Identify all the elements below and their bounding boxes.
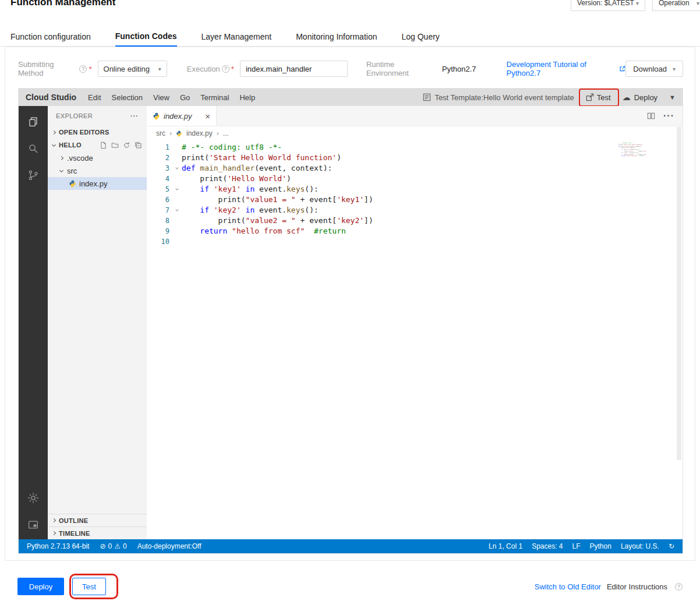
code-text: print("value2 = " + event['key2']) xyxy=(182,215,373,226)
test-button[interactable]: Test xyxy=(72,578,106,595)
outline-section[interactable]: OUTLINE xyxy=(48,514,147,526)
tree-item-index-py[interactable]: index.py xyxy=(48,177,147,190)
code-line[interactable]: 3def main_handler(event, context): xyxy=(147,163,683,174)
tab-monitoring-information[interactable]: Monitoring Information xyxy=(296,27,377,46)
chevron-right-icon xyxy=(50,532,58,535)
status-bar: Python 2.7.13 64-bit ⊘ 0 ⚠ 0 Auto-deploy… xyxy=(19,539,683,553)
switch-old-editor-link[interactable]: Switch to Old Editor xyxy=(535,582,601,591)
chevron-down-icon: ▾ xyxy=(158,66,161,72)
chevron-right-icon xyxy=(57,157,65,160)
problems-status[interactable]: ⊘ 0 ⚠ 0 xyxy=(100,542,126,550)
help-icon[interactable]: ? xyxy=(222,65,229,73)
line-number: 6 xyxy=(147,195,172,205)
version-dropdown[interactable]: Version: $LATEST ▾ xyxy=(571,0,645,11)
fold-gutter xyxy=(172,153,182,163)
language-status[interactable]: Python xyxy=(590,542,611,550)
auto-deployment-status[interactable]: Auto-deployment:Off xyxy=(137,542,201,550)
eol-status[interactable]: LF xyxy=(572,542,581,550)
timeline-section[interactable]: TIMELINE xyxy=(48,526,147,539)
code-line[interactable]: 10 xyxy=(147,236,683,247)
breadcrumb-src[interactable]: src xyxy=(156,129,165,137)
code-line[interactable]: 2print('Start Hello World function') xyxy=(147,153,683,163)
line-number: 4 xyxy=(147,174,172,184)
test-icon xyxy=(586,93,594,101)
help-icon[interactable]: ? xyxy=(675,583,683,591)
fold-gutter xyxy=(172,142,182,153)
tree-item-vscode[interactable]: .vscode xyxy=(48,151,147,164)
cursor-position-status[interactable]: Ln 1, Col 1 xyxy=(489,542,522,550)
more-actions-icon[interactable]: ··· xyxy=(663,111,674,121)
code-line xyxy=(618,157,646,158)
code-line[interactable]: 7 if 'key2' in event.keys(): xyxy=(147,205,683,215)
feedback-icon[interactable]: ↻ xyxy=(669,542,674,550)
python-icon xyxy=(153,112,160,120)
deploy-button[interactable]: Deploy xyxy=(17,578,64,595)
source-control-icon[interactable] xyxy=(19,162,48,189)
tab-function-configuration[interactable]: Function configuration xyxy=(10,27,91,46)
menu-view[interactable]: View xyxy=(153,93,169,102)
new-file-icon[interactable] xyxy=(100,142,107,149)
code-line[interactable]: 8 print("value2 = " + event['key2']) xyxy=(147,215,683,226)
submitting-method-select[interactable]: Online editing ▾ xyxy=(98,61,167,77)
indentation-status[interactable]: Spaces: 4 xyxy=(532,542,563,550)
editor-deploy-button[interactable]: ☁ Deploy xyxy=(623,93,657,102)
external-link-icon xyxy=(619,65,625,72)
tree-item-src[interactable]: src xyxy=(48,164,147,177)
line-number: 2 xyxy=(147,153,172,163)
python-icon xyxy=(176,130,182,137)
menu-selection[interactable]: Selection xyxy=(112,93,143,102)
new-folder-icon[interactable] xyxy=(111,142,119,149)
code-line[interactable]: 6 print("value1 = " + event['key1']) xyxy=(147,195,683,205)
open-editors-section[interactable]: OPEN EDITORS xyxy=(48,126,147,139)
execution-input[interactable] xyxy=(240,61,348,77)
fold-chevron-icon[interactable] xyxy=(172,205,182,215)
tab-layer-management[interactable]: Layer Management xyxy=(201,27,272,46)
scrollbar[interactable] xyxy=(677,127,681,460)
tab-index-py[interactable]: index.py × xyxy=(147,106,217,126)
download-button[interactable]: Download ▾ xyxy=(625,61,683,77)
settings-gear-icon[interactable] xyxy=(19,485,48,511)
chevron-down-icon xyxy=(50,144,58,146)
operation-dropdown[interactable]: Operation ▾ xyxy=(652,0,700,11)
tab-function-codes[interactable]: Function Codes xyxy=(115,27,177,47)
fold-chevron-icon[interactable] xyxy=(172,163,182,174)
python-version-status[interactable]: Python 2.7.13 64-bit xyxy=(27,542,89,550)
code-text: print("value1 = " + event['key1']) xyxy=(182,195,373,205)
explorer-more-icon[interactable]: ··· xyxy=(130,112,139,119)
code-line[interactable]: 1# -*- coding: utf8 -*- xyxy=(147,142,683,153)
search-icon[interactable] xyxy=(19,135,48,162)
refresh-icon[interactable] xyxy=(123,142,130,149)
minimap[interactable]: # -*- coding: utf8 -*-print('Start Hello… xyxy=(618,142,646,161)
menu-terminal[interactable]: Terminal xyxy=(200,93,229,102)
chevron-down-icon: ▾ xyxy=(697,0,699,6)
fold-chevron-icon[interactable] xyxy=(172,184,182,195)
code-line[interactable]: 5 if 'key1' in event.keys(): xyxy=(147,184,683,195)
tutorial-link[interactable]: Development Tutorial of Python2.7 xyxy=(507,60,626,77)
line-number: 3 xyxy=(147,163,172,174)
code-text: return "hello from scf" #return xyxy=(618,155,644,157)
test-template-button[interactable]: Test Template:Hello World event template xyxy=(423,93,574,102)
screencast-layout-icon[interactable] xyxy=(19,511,48,538)
breadcrumb-file[interactable]: index.py xyxy=(186,129,213,137)
code-editor[interactable]: 1# -*- coding: utf8 -*-2print('Start Hel… xyxy=(147,140,683,539)
cloud-studio-editor: Cloud Studio Edit Selection View Go Term… xyxy=(18,88,683,554)
menu-help[interactable]: Help xyxy=(239,93,255,102)
split-editor-icon[interactable] xyxy=(647,112,655,120)
breadcrumb-symbol[interactable]: ... xyxy=(223,129,229,137)
project-hello-section[interactable]: HELLO xyxy=(48,139,147,151)
menu-edit[interactable]: Edit xyxy=(88,93,101,102)
close-icon[interactable]: × xyxy=(205,111,210,121)
tab-log-query[interactable]: Log Query xyxy=(401,27,439,46)
editor-instructions-label: Editor Instructions xyxy=(607,582,667,591)
fold-gutter xyxy=(172,226,182,236)
keyboard-layout-status[interactable]: Layout: U.S. xyxy=(621,542,659,550)
breadcrumb-separator: › xyxy=(217,129,219,137)
help-icon[interactable]: ? xyxy=(79,65,87,73)
editor-test-button[interactable]: Test xyxy=(586,93,611,102)
code-line[interactable]: 4 print('Hello World') xyxy=(147,174,683,184)
toolbar-dropdown-icon[interactable]: ▼ xyxy=(669,94,676,101)
menu-go[interactable]: Go xyxy=(180,93,190,102)
code-line[interactable]: 9 return "hello from scf" #return xyxy=(147,226,683,236)
collapse-all-icon[interactable] xyxy=(135,142,142,149)
explorer-icon[interactable] xyxy=(19,108,48,135)
